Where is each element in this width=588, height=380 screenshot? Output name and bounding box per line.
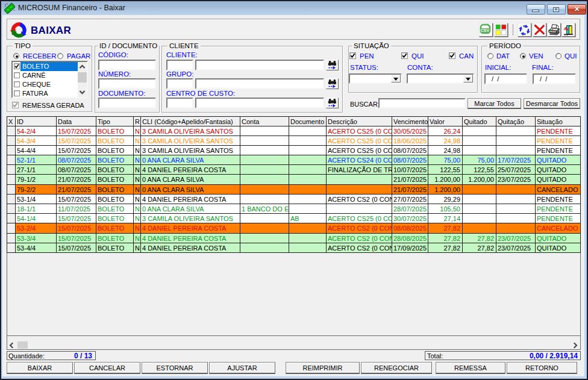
svg-text:CSV: CSV [481,28,490,33]
